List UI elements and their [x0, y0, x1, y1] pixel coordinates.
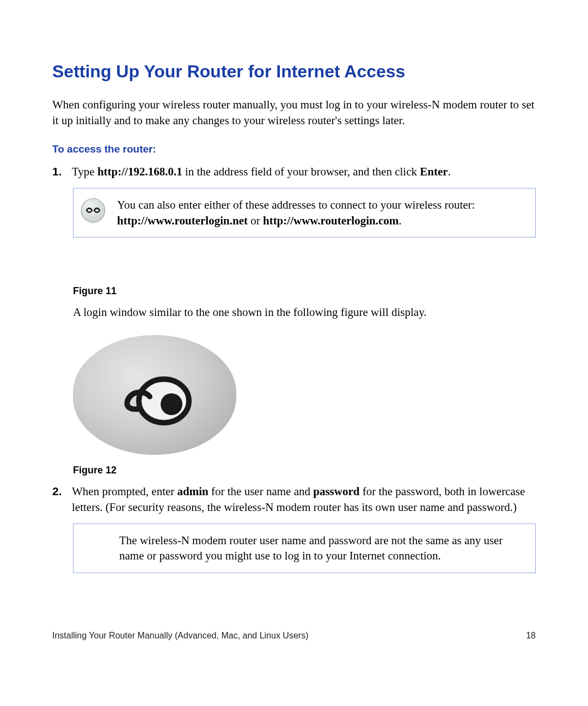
document-page: Setting Up Your Router for Internet Acce…: [0, 0, 588, 706]
tip-icon: [81, 198, 105, 222]
text: .: [399, 214, 401, 227]
text: in the address field of your browser, an…: [182, 165, 420, 178]
figure-12-image: [73, 335, 236, 455]
key-enter: Enter: [420, 165, 448, 178]
intro-paragraph: When configuring your wireless router ma…: [52, 97, 536, 128]
credential-password: password: [313, 485, 359, 498]
step-number: 2.: [52, 484, 72, 515]
footer-chapter-title: Installing Your Router Manually (Advance…: [52, 631, 308, 641]
credential-username: admin: [177, 485, 209, 498]
figure-11-caption: Figure 11: [73, 285, 536, 297]
page-footer: Installing Your Router Manually (Advance…: [52, 631, 536, 641]
subheading-access-router: To access the router:: [52, 143, 536, 155]
page-title: Setting Up Your Router for Internet Acce…: [52, 61, 536, 82]
url-routerlogin-com: http://www.routerlogin.com: [263, 214, 399, 227]
note-text: The wireless-N modem router user name an…: [119, 533, 525, 564]
step-1: 1. Type http://192.168.0.1 in the addres…: [52, 164, 536, 179]
figure-11-description: A login window similar to the one shown …: [73, 305, 536, 320]
footer-page-number: 18: [526, 631, 536, 641]
text: or: [248, 214, 263, 227]
svg-point-1: [161, 393, 182, 415]
note-callout-credentials: The wireless-N modem router user name an…: [73, 524, 536, 573]
text: Type: [72, 165, 97, 178]
step-1-text: Type http://192.168.0.1 in the address f…: [72, 164, 536, 179]
step-number: 1.: [52, 164, 72, 179]
step-2: 2. When prompted, enter admin for the us…: [52, 484, 536, 515]
text: .: [448, 165, 451, 178]
tip-callout-addresses: You can also enter either of these addre…: [73, 188, 536, 238]
step-2-text: When prompted, enter admin for the user …: [72, 484, 536, 515]
figure-12-caption: Figure 12: [73, 465, 536, 476]
url-routerlogin-net: http://www.routerlogin.net: [117, 214, 248, 227]
text: When prompted, enter: [72, 485, 177, 498]
text: for the user name and: [209, 485, 313, 498]
url-literal: http://192.168.0.1: [97, 165, 182, 178]
text: You can also enter either of these addre…: [117, 198, 475, 211]
tip-text: You can also enter either of these addre…: [117, 197, 475, 228]
